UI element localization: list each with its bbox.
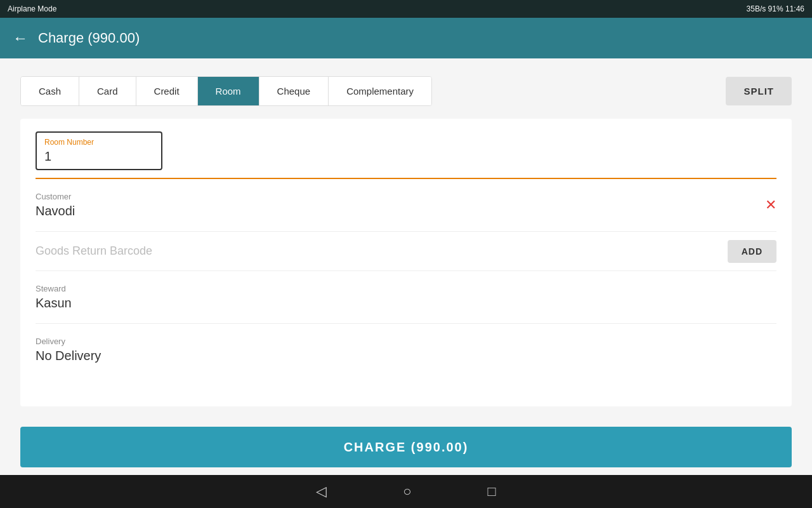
- add-button[interactable]: ADD: [728, 240, 776, 263]
- tab-cash[interactable]: Cash: [21, 77, 79, 105]
- nav-home-icon[interactable]: ○: [403, 483, 411, 500]
- nav-bar: ◁ ○ □: [0, 475, 812, 508]
- page-title: Charge (990.00): [38, 30, 140, 46]
- airplane-mode-label: Airplane Mode: [8, 4, 56, 13]
- bottom-bar: CHARGE (990.00): [0, 419, 812, 475]
- tab-room[interactable]: Room: [198, 77, 259, 105]
- status-info: 35B/s 91% 11:46: [747, 4, 804, 13]
- goods-return-label: Goods Return Barcode: [36, 244, 776, 258]
- steward-value: Kasun: [36, 296, 776, 311]
- customer-value: Navodi: [36, 204, 776, 218]
- tab-cheque[interactable]: Cheque: [259, 77, 329, 105]
- divider-3: [36, 323, 776, 324]
- payment-tabs: Cash Card Credit Room Cheque Complementa…: [20, 76, 432, 106]
- clear-customer-button[interactable]: ✕: [765, 197, 776, 213]
- status-bar: Airplane Mode 35B/s 91% 11:46: [0, 0, 812, 18]
- main-content: Cash Card Credit Room Cheque Complementa…: [0, 58, 812, 419]
- divider-1: [36, 231, 776, 232]
- orange-line: [36, 178, 776, 179]
- split-button[interactable]: SPLIT: [726, 77, 792, 105]
- delivery-value: No Delivery: [36, 349, 776, 363]
- top-bar: ← Charge (990.00): [0, 18, 812, 58]
- tab-complementary[interactable]: Complementary: [329, 77, 431, 105]
- customer-row: Customer Navodi ✕: [36, 192, 776, 218]
- nav-back-icon[interactable]: ◁: [316, 483, 327, 500]
- room-number-input[interactable]: [44, 149, 154, 164]
- delivery-label: Delivery: [36, 337, 776, 346]
- customer-label: Customer: [36, 192, 776, 201]
- tabs-row: Cash Card Credit Room Cheque Complementa…: [20, 76, 792, 106]
- nav-recent-icon[interactable]: □: [488, 483, 496, 500]
- divider-2: [36, 271, 776, 271]
- room-number-field[interactable]: Room Number: [36, 131, 162, 170]
- back-button[interactable]: ←: [13, 30, 28, 46]
- goods-return-row: Goods Return Barcode ADD: [36, 244, 776, 258]
- status-bar-right: 35B/s 91% 11:46: [747, 4, 804, 13]
- tab-credit[interactable]: Credit: [136, 77, 198, 105]
- charge-button[interactable]: CHARGE (990.00): [20, 427, 792, 467]
- form-area: Room Number Customer Navodi ✕ Goods Retu…: [20, 119, 792, 406]
- tab-card[interactable]: Card: [79, 77, 136, 105]
- steward-row: Steward Kasun: [36, 284, 776, 311]
- steward-label: Steward: [36, 284, 776, 293]
- room-number-label: Room Number: [44, 138, 154, 147]
- delivery-row: Delivery No Delivery: [36, 337, 776, 363]
